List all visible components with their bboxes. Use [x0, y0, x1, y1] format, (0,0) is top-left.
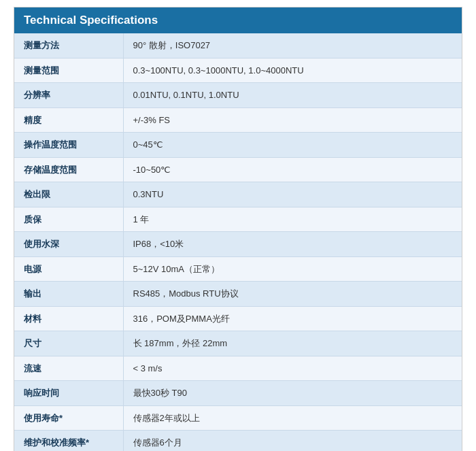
row-label: 电源 [14, 256, 123, 282]
table-row: 使用水深IP68，<10米 [14, 232, 462, 257]
row-label: 存储温度范围 [14, 157, 123, 182]
row-value: 90° 散射，ISO7027 [123, 33, 462, 58]
row-value: 1 年 [123, 207, 462, 232]
row-label: 操作温度范围 [14, 133, 123, 158]
spec-table: 测量方法90° 散射，ISO7027测量范围0.3~100NTU, 0.3~10… [14, 33, 462, 451]
spec-header: Technical Specifications [14, 7, 462, 33]
row-value: 传感器2年或以上 [123, 405, 462, 431]
row-label: 响应时间 [14, 381, 123, 406]
row-value: RS485，Modbus RTU协议 [123, 282, 462, 307]
row-value: -10~50℃ [123, 157, 462, 182]
table-row: 流速< 3 m/s [14, 356, 462, 381]
row-label: 精度 [14, 107, 123, 133]
table-row: 维护和校准频率*传感器6个月 [14, 431, 462, 452]
row-label: 使用水深 [14, 232, 123, 257]
row-value: 0~45℃ [123, 133, 462, 158]
table-row: 存储温度范围-10~50℃ [14, 157, 462, 182]
row-value: 0.01NTU, 0.1NTU, 1.0NTU [123, 83, 462, 108]
row-label: 质保 [14, 207, 123, 232]
row-label: 使用寿命* [14, 405, 123, 431]
table-row: 测量范围0.3~100NTU, 0.3~1000NTU, 1.0~4000NTU [14, 58, 462, 83]
row-label: 输出 [14, 282, 123, 307]
spec-container: Technical Specifications 测量方法90° 散射，ISO7… [14, 7, 462, 451]
table-row: 操作温度范围0~45℃ [14, 133, 462, 158]
row-label: 检出限 [14, 182, 123, 207]
table-row: 尺寸长 187mm，外径 22mm [14, 331, 462, 356]
row-label: 流速 [14, 356, 123, 381]
spec-title: Technical Specifications [24, 14, 158, 27]
table-row: 质保1 年 [14, 207, 462, 232]
table-row: 材料316，POM及PMMA光纤 [14, 306, 462, 331]
row-label: 分辨率 [14, 83, 123, 108]
table-row: 使用寿命*传感器2年或以上 [14, 405, 462, 431]
table-row: 分辨率0.01NTU, 0.1NTU, 1.0NTU [14, 83, 462, 108]
row-value: +/-3% FS [123, 107, 462, 133]
table-row: 检出限0.3NTU [14, 182, 462, 207]
row-value: < 3 m/s [123, 356, 462, 381]
row-value: 传感器6个月 [123, 431, 462, 452]
row-label: 维护和校准频率* [14, 431, 123, 452]
table-row: 电源5~12V 10mA（正常） [14, 256, 462, 282]
table-row: 精度+/-3% FS [14, 107, 462, 133]
row-label: 测量方法 [14, 33, 123, 58]
table-row: 响应时间最快30秒 T90 [14, 381, 462, 406]
row-value: 0.3NTU [123, 182, 462, 207]
row-label: 测量范围 [14, 58, 123, 83]
row-value: 5~12V 10mA（正常） [123, 256, 462, 282]
row-value: 最快30秒 T90 [123, 381, 462, 406]
row-value: 长 187mm，外径 22mm [123, 331, 462, 356]
row-value: 316，POM及PMMA光纤 [123, 306, 462, 331]
row-value: 0.3~100NTU, 0.3~1000NTU, 1.0~4000NTU [123, 58, 462, 83]
table-row: 测量方法90° 散射，ISO7027 [14, 33, 462, 58]
table-row: 输出RS485，Modbus RTU协议 [14, 282, 462, 307]
row-label: 尺寸 [14, 331, 123, 356]
row-label: 材料 [14, 306, 123, 331]
row-value: IP68，<10米 [123, 232, 462, 257]
